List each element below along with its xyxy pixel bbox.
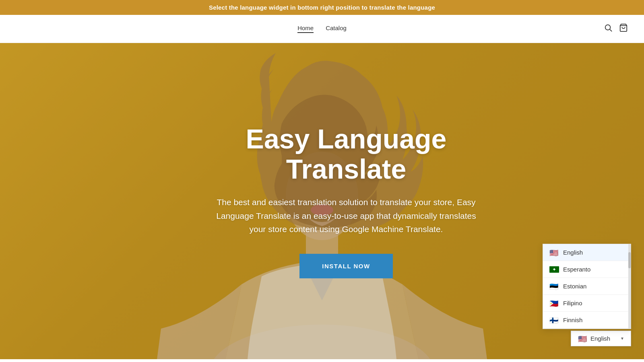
- lang-option-filipino[interactable]: 🇵🇭 Filipino: [543, 295, 631, 312]
- svg-point-0: [605, 25, 611, 30]
- lang-label-finnish: Finnish: [563, 317, 582, 323]
- lang-label-english: English: [563, 249, 583, 256]
- search-button[interactable]: [604, 23, 613, 34]
- lang-selector-left: 🇺🇸 English: [578, 335, 610, 342]
- search-icon: [604, 23, 613, 32]
- flag-esperanto: ✦: [549, 266, 559, 273]
- lang-option-finnish[interactable]: 🇫🇮 Finnish: [543, 312, 631, 329]
- nav-actions: [604, 23, 628, 34]
- announcement-banner: Select the language widget in bottom rig…: [0, 0, 644, 15]
- nav-links: Home Catalog: [297, 25, 347, 33]
- banner-text: Select the language widget in bottom rig…: [209, 4, 435, 11]
- hero-content: Easy Language Translate The best and eas…: [151, 124, 493, 278]
- flag-english: 🇺🇸: [549, 249, 559, 256]
- lang-label-estonian: Estonian: [563, 283, 586, 290]
- flag-finnish: 🇫🇮: [549, 317, 559, 323]
- lang-option-esperanto[interactable]: ✦ Esperanto: [543, 261, 631, 278]
- cart-button[interactable]: [619, 23, 628, 34]
- language-dropdown-list: 🇺🇸 English ✦ Esperanto 🇪🇪 Estonian 🇵🇭 Fi…: [543, 244, 631, 329]
- nav-link-catalog[interactable]: Catalog: [326, 25, 347, 33]
- cart-icon: [619, 23, 628, 32]
- main-nav: Home Catalog: [0, 15, 644, 43]
- scrollbar-track: [628, 244, 631, 329]
- flag-estonian: 🇪🇪: [549, 283, 559, 290]
- flag-filipino: 🇵🇭: [549, 300, 559, 306]
- svg-line-1: [610, 29, 612, 31]
- scrollbar-thumb[interactable]: [628, 252, 631, 268]
- hero-title: Easy Language Translate: [199, 124, 493, 184]
- current-language-label: English: [590, 335, 610, 342]
- lang-option-english[interactable]: 🇺🇸 English: [543, 244, 631, 261]
- install-now-button[interactable]: INSTALL NOW: [299, 254, 392, 278]
- hero-section: Easy Language Translate The best and eas…: [0, 43, 644, 359]
- flag-current: 🇺🇸: [578, 335, 587, 342]
- language-selector-button[interactable]: 🇺🇸 English ▼: [571, 331, 631, 346]
- lang-label-filipino: Filipino: [563, 300, 582, 306]
- lang-option-estonian[interactable]: 🇪🇪 Estonian: [543, 278, 631, 295]
- chevron-down-icon: ▼: [620, 336, 624, 341]
- lang-label-esperanto: Esperanto: [563, 266, 590, 273]
- nav-link-home[interactable]: Home: [297, 25, 314, 33]
- language-widget: 🇺🇸 English ✦ Esperanto 🇪🇪 Estonian 🇵🇭 Fi…: [543, 244, 631, 346]
- hero-subtitle: The best and easiest translation solutio…: [209, 195, 483, 236]
